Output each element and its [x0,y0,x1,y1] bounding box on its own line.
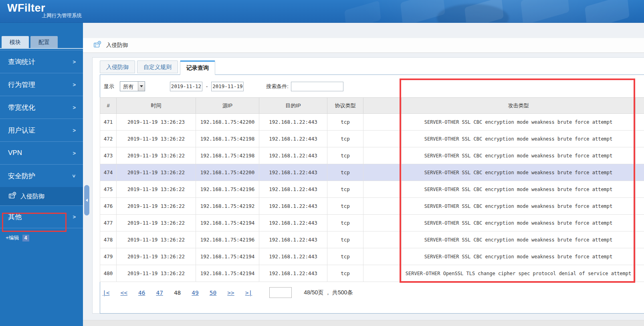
pagination-last[interactable]: >| [245,290,252,296]
table-row[interactable]: 4742019-11-19 13:26:22192.168.1.75:42200… [100,164,644,181]
page-number-input[interactable] [269,287,292,298]
pagination-page-50[interactable]: 50 [210,290,216,296]
table-cell: 192.168.1.22:443 [259,248,327,265]
date-to-input[interactable] [211,82,244,91]
table-cell: SERVER-OTHER SSL CBC encryption mode wea… [402,198,636,215]
chevron-down-icon: > [71,174,77,177]
table-row[interactable]: 4752019-11-19 13:26:22192.168.1.75:42196… [100,181,644,198]
tab-content: 显示 所有 - 搜索条件: #时间源IP目的I [100,74,644,314]
pagination-page-49[interactable]: 49 [192,290,198,296]
show-select[interactable]: 所有 [120,81,145,91]
table-cell: 476 [100,198,117,215]
table-cell: SERVER-OTHER SSL CBC encryption mode wea… [402,231,636,248]
table-cell: tcp [327,147,363,164]
table-cell-filler [636,231,644,248]
tab-0[interactable]: 入侵防御 [100,60,135,73]
table-row[interactable]: 4762019-11-19 13:26:22192.168.1.75:42192… [100,198,644,215]
table-cell-filler [636,265,644,282]
table-cell: 192.168.1.75:42194 [196,265,259,282]
pagination-status: 48/50页 ， 共500条 [304,289,353,296]
table-row[interactable]: 4782019-11-19 13:26:22192.168.1.75:42196… [100,231,644,248]
table-cell: 192.168.1.22:443 [259,215,327,231]
pagination-page-47[interactable]: 47 [156,290,163,296]
table-row[interactable]: 4712019-11-19 13:26:23192.168.1.75:42200… [100,114,644,131]
column-header: 目的IP [259,98,327,114]
table-cell: 192.168.1.75:42198 [196,147,259,164]
sidebar-item-2[interactable]: 带宽优化> [0,96,83,119]
table-cell: 475 [100,181,117,198]
table-cell: tcp [327,164,363,181]
pagination-next[interactable]: >> [227,290,234,296]
package-check-icon [8,191,16,201]
footer-strip [83,320,644,326]
pagination-current-page: 48 [174,290,181,296]
table-cell [363,248,402,265]
table-cell: 2019-11-19 13:26:22 [117,215,196,231]
sidebar-item-1[interactable]: 行为管理> [0,73,83,96]
search-input[interactable] [291,82,343,91]
content-area: 入侵防御 入侵防御自定义规则记录查询 显示 所有 - 搜索条件: [83,23,644,326]
app-subtitle: 上网行为管理系统 [42,12,82,19]
date-range-separator: - [206,83,208,89]
table-row[interactable]: 4722019-11-19 13:26:22192.168.1.75:42198… [100,131,644,147]
table-cell: 192.168.1.22:443 [259,198,327,215]
chevron-right-icon: > [73,59,76,65]
tab-bar: 入侵防御自定义规则记录查询 [100,60,217,74]
edit-count-badge: 4 [22,235,29,241]
page-title: 入侵防御 [106,42,128,49]
dropdown-arrow-icon[interactable] [138,82,145,91]
sidebar-tab-modules[interactable]: 模块 [2,36,29,48]
header-keyboard-art [521,0,569,23]
table-cell: SERVER-OTHER SSL CBC encryption mode wea… [402,164,636,181]
table-cell: tcp [327,215,363,231]
sidebar-edit-button[interactable]: +编辑 4 [6,234,29,241]
table-cell: 479 [100,248,117,265]
table-cell: 2019-11-19 13:26:22 [117,181,196,198]
table-cell: SERVER-OTHER SSL CBC encryption mode wea… [402,181,636,198]
pagination-page-46[interactable]: 46 [138,290,145,296]
table-cell: SERVER-OTHER SSL CBC encryption mode wea… [402,131,636,147]
sidebar-tab-config[interactable]: 配置 [30,36,58,48]
table-cell: 2019-11-19 13:26:22 [117,231,196,248]
table-row[interactable]: 4802019-11-19 13:26:22192.168.1.75:42194… [100,265,644,282]
table-cell: tcp [327,231,363,248]
table-cell [363,131,402,147]
pagination-first[interactable]: |< [103,290,109,296]
sidebar-item-intrusion-prevention[interactable]: 入侵防御 [0,187,83,205]
chevron-right-icon: > [73,105,76,111]
sidebar-item-7[interactable]: 其他> [0,205,83,228]
table-cell: 192.168.1.75:42196 [196,181,259,198]
table-cell: 2019-11-19 13:26:22 [117,147,196,164]
pagination-prev[interactable]: << [120,290,127,296]
table-cell-filler [636,114,644,131]
table-cell: 192.168.1.75:42198 [196,131,259,147]
tab-1[interactable]: 自定义规则 [137,60,178,73]
table-row[interactable]: 4792019-11-19 13:26:22192.168.1.75:42194… [100,248,644,265]
table-cell: 471 [100,114,117,131]
date-from-input[interactable] [170,82,202,91]
pagination: |<<<4647484950>>>|48/50页 ， 共500条 [103,287,353,298]
breadcrumb: 入侵防御 [83,38,644,53]
table-cell-filler [636,147,644,164]
sidebar-item-5[interactable]: 安全防护> [0,164,83,187]
chevron-right-icon: > [73,150,76,156]
tab-2[interactable]: 记录查询 [180,60,215,75]
table-cell [363,164,402,181]
table-cell: 2019-11-19 13:26:22 [117,248,196,265]
table-row[interactable]: 4772019-11-19 13:26:22192.168.1.75:42194… [100,215,644,231]
sidebar-subitem-label: 入侵防御 [20,193,44,200]
column-header-filler [636,98,644,114]
table-cell-filler [636,131,644,147]
table-cell: 192.168.1.22:443 [259,164,327,181]
sidebar-item-3[interactable]: 用户认证> [0,119,83,141]
table-cell: 192.168.1.22:443 [259,181,327,198]
table-cell [363,231,402,248]
table-row[interactable]: 4732019-11-19 13:26:22192.168.1.75:42198… [100,147,644,164]
table-cell-filler [636,198,644,215]
sidebar-item-0[interactable]: 查询统计> [0,50,83,73]
column-header: 攻击类型 [402,98,636,114]
filter-bar: 显示 所有 - 搜索条件: [104,81,343,91]
sidebar-item-4[interactable]: VPN> [0,141,83,164]
sidebar-collapse-handle[interactable] [84,185,89,215]
table-cell: SERVER-OTHER SSL CBC encryption mode wea… [402,147,636,164]
